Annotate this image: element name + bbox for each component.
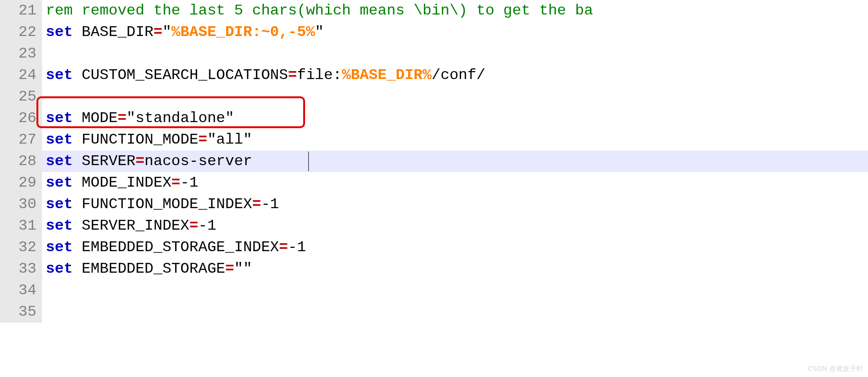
variable-name: MODE_INDEX [82, 174, 171, 191]
equals-sign: = [189, 217, 198, 234]
equals-sign: = [118, 109, 127, 127]
line-content[interactable]: set EMBEDDED_STORAGE_INDEX=-1 [42, 237, 868, 258]
line-number: 27 [0, 129, 42, 151]
line-number: 21 [0, 0, 42, 22]
variable-name: SERVER_INDEX [82, 217, 189, 234]
line-content[interactable]: set FUNCTION_MODE="all" [42, 129, 868, 151]
value-text: -1 [288, 239, 306, 256]
variable-name: BASE_DIR [82, 23, 154, 41]
space [73, 66, 82, 84]
code-line[interactable]: 35 [0, 301, 868, 323]
code-line[interactable]: 21 rem removed the last 5 chars(which me… [0, 0, 868, 22]
space [73, 239, 82, 256]
keyword-set: set [46, 174, 73, 191]
equals-sign: = [288, 66, 297, 84]
quote: " [315, 23, 324, 41]
line-content[interactable]: set BASE_DIR="%BASE_DIR:~0,-5%" [42, 22, 868, 43]
space [73, 174, 82, 191]
line-content[interactable]: set FUNCTION_MODE_INDEX=-1 [42, 194, 868, 215]
line-number: 26 [0, 108, 42, 129]
code-line-current[interactable]: 28 set SERVER=nacos-server [0, 151, 868, 172]
line-number: 24 [0, 65, 42, 86]
variable-name: EMBEDDED_STORAGE_INDEX [82, 239, 279, 256]
code-line[interactable]: 30 set FUNCTION_MODE_INDEX=-1 [0, 194, 868, 215]
line-content[interactable] [42, 86, 868, 108]
code-line[interactable]: 24 set CUSTOM_SEARCH_LOCATIONS=file:%BAS… [0, 65, 868, 86]
line-content[interactable]: set MODE="standalone" [42, 108, 868, 129]
env-var-ref: %BASE_DIR:~0,-5% [171, 23, 315, 41]
code-line[interactable]: 32 set EMBEDDED_STORAGE_INDEX=-1 [0, 237, 868, 258]
line-number: 35 [0, 301, 42, 323]
line-number: 29 [0, 172, 42, 194]
code-line[interactable]: 33 set EMBEDDED_STORAGE="" [0, 258, 868, 280]
equals-sign: = [135, 152, 144, 170]
equals-sign: = [279, 239, 288, 256]
keyword-set: set [46, 152, 73, 170]
space [73, 196, 82, 213]
keyword-set: set [46, 66, 73, 84]
line-content[interactable] [42, 43, 868, 65]
variable-name: MODE [82, 109, 118, 127]
line-content[interactable]: set EMBEDDED_STORAGE="" [42, 258, 868, 280]
env-var-ref: %BASE_DIR% [342, 66, 432, 84]
variable-name: FUNCTION_MODE_INDEX [82, 196, 252, 213]
space [73, 131, 82, 148]
line-number: 30 [0, 194, 42, 215]
literal-text: file: [297, 66, 342, 84]
quote: " [163, 23, 171, 41]
value-text: "all" [207, 131, 252, 148]
line-content[interactable]: set MODE_INDEX=-1 [42, 172, 868, 194]
code-editor[interactable]: 21 rem removed the last 5 chars(which me… [0, 0, 868, 323]
code-line[interactable]: 29 set MODE_INDEX=-1 [0, 172, 868, 194]
space [73, 152, 82, 170]
code-line[interactable]: 31 set SERVER_INDEX=-1 [0, 215, 868, 237]
value-text: -1 [198, 217, 216, 234]
literal-text: /conf/ [432, 66, 485, 84]
watermark-text: CSDN @君故于时 [808, 365, 863, 373]
keyword-set: set [46, 196, 73, 213]
line-number: 31 [0, 215, 42, 237]
space [73, 109, 82, 127]
value-text: -1 [180, 174, 198, 191]
code-line[interactable]: 25 [0, 86, 868, 108]
code-line[interactable]: 34 [0, 280, 868, 301]
value-text: nacos-server [144, 152, 252, 170]
line-number: 28 [0, 151, 42, 172]
line-number: 25 [0, 86, 42, 108]
keyword-set: set [46, 260, 73, 277]
space [73, 260, 82, 277]
keyword-set: set [46, 109, 73, 127]
code-line[interactable]: 26 set MODE="standalone" [0, 108, 868, 129]
line-number: 23 [0, 43, 42, 65]
value-text: "standalone" [127, 109, 234, 127]
line-content[interactable]: set SERVER_INDEX=-1 [42, 215, 868, 237]
line-content[interactable] [42, 280, 868, 301]
keyword-set: set [46, 131, 73, 148]
equals-sign: = [252, 196, 261, 213]
equals-sign: = [171, 174, 180, 191]
line-number: 34 [0, 280, 42, 301]
value-text: "" [234, 260, 252, 277]
variable-name: SERVER [82, 152, 135, 170]
space [73, 23, 82, 41]
variable-name: FUNCTION_MODE [82, 131, 199, 148]
keyword-set: set [46, 239, 73, 256]
keyword-set: set [46, 23, 73, 41]
value-text: -1 [261, 196, 279, 213]
line-number: 22 [0, 22, 42, 43]
equals-sign: = [198, 131, 207, 148]
line-content[interactable]: set CUSTOM_SEARCH_LOCATIONS=file:%BASE_D… [42, 65, 868, 86]
code-line[interactable]: 27 set FUNCTION_MODE="all" [0, 129, 868, 151]
line-content[interactable] [42, 301, 868, 323]
line-content[interactable]: rem removed the last 5 chars(which means… [42, 0, 868, 22]
code-line[interactable]: 22 set BASE_DIR="%BASE_DIR:~0,-5%" [0, 22, 868, 43]
equals-sign: = [153, 23, 162, 41]
variable-name: CUSTOM_SEARCH_LOCATIONS [82, 66, 288, 84]
code-line[interactable]: 23 [0, 43, 868, 65]
line-number: 32 [0, 237, 42, 258]
comment-text: rem removed the last 5 chars(which means… [46, 2, 593, 19]
line-content[interactable]: set SERVER=nacos-server [42, 151, 868, 172]
keyword-set: set [46, 217, 73, 234]
space [73, 217, 82, 234]
equals-sign: = [225, 260, 234, 277]
